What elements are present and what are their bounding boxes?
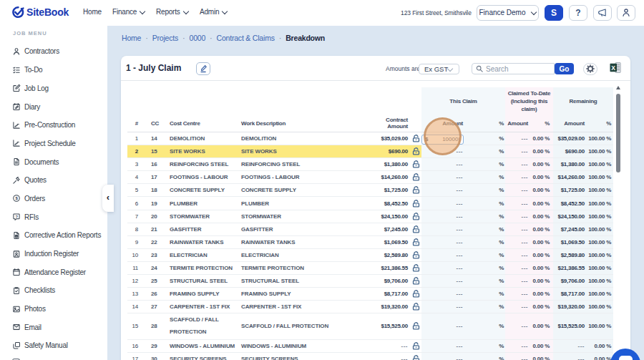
svg-text:?: ? [15, 215, 18, 219]
svg-text:X: X [611, 64, 615, 72]
svg-text:$: $ [15, 197, 18, 201]
